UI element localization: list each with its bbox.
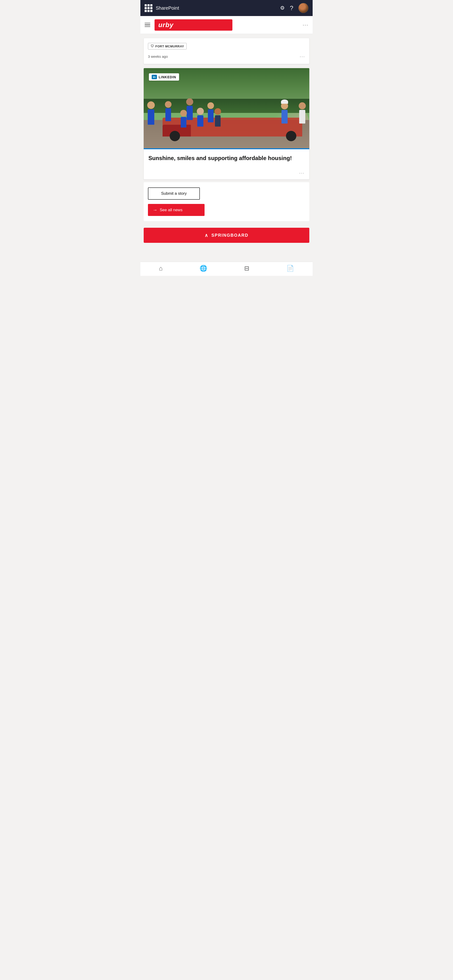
news-card: in LINKEDIN Sunshine, smiles and support… xyxy=(144,68,309,180)
app-title: SharePoint xyxy=(156,5,280,11)
app-grid-icon[interactable] xyxy=(145,4,152,12)
springboard-label: SPRINGBOARD xyxy=(211,233,249,238)
bottom-nav-document[interactable]: 📄 xyxy=(286,265,294,272)
arrow-icon: → xyxy=(153,207,157,213)
bottom-navigation: ⌂ 🌐 ⊟ 📄 xyxy=(140,262,313,276)
location-card: ⛉ FORT MCMURRAY 3 weeks ago ··· xyxy=(144,38,309,64)
spacer xyxy=(140,248,313,255)
help-icon[interactable]: ? xyxy=(290,5,293,12)
bottom-nav-globe[interactable]: 🌐 xyxy=(199,265,207,272)
card-meta: 3 weeks ago ··· xyxy=(144,52,309,64)
bottom-nav-home[interactable]: ⌂ xyxy=(159,265,163,272)
springboard-section: ∧ SPRINGBOARD xyxy=(140,223,313,248)
site-header: urby ··· xyxy=(140,16,313,34)
news-card-footer: ··· xyxy=(144,170,309,180)
site-logo: urby xyxy=(155,19,232,31)
header-more-button[interactable]: ··· xyxy=(303,22,308,28)
news-icon: ⊟ xyxy=(244,265,249,272)
settings-icon[interactable]: ⚙ xyxy=(280,5,285,11)
springboard-chevron-icon: ∧ xyxy=(204,232,209,238)
linkedin-label: LINKEDIN xyxy=(159,75,176,79)
main-content: ⛉ FORT MCMURRAY 3 weeks ago ··· xyxy=(140,38,313,255)
see-all-news-button[interactable]: → See all news xyxy=(148,204,204,216)
top-nav-icons: ⚙ ? xyxy=(280,3,308,13)
submit-story-button[interactable]: Submit a story xyxy=(148,188,200,200)
card-more-button[interactable]: ··· xyxy=(300,54,305,59)
news-card-title: Sunshine, smiles and supporting affordab… xyxy=(148,154,305,162)
globe-icon: 🌐 xyxy=(199,265,207,272)
action-buttons-section: Submit a story → See all news xyxy=(144,182,309,221)
location-label: FORT MCMURRAY xyxy=(155,45,184,48)
home-icon: ⌂ xyxy=(159,265,163,272)
news-card-body: Sunshine, smiles and supporting affordab… xyxy=(144,149,309,170)
news-image-container: in LINKEDIN xyxy=(144,68,309,148)
springboard-button[interactable]: ∧ SPRINGBOARD xyxy=(144,228,309,243)
news-card-more-button[interactable]: ··· xyxy=(299,170,305,176)
card-timestamp: 3 weeks ago xyxy=(148,54,168,59)
linkedin-icon: in xyxy=(152,75,157,79)
logo-text: urby xyxy=(158,21,174,29)
document-icon: 📄 xyxy=(286,265,294,272)
user-avatar[interactable] xyxy=(298,3,308,13)
location-icon: ⛉ xyxy=(150,44,154,48)
hamburger-menu[interactable] xyxy=(145,23,150,27)
see-all-label: See all news xyxy=(160,208,182,212)
top-navigation: SharePoint ⚙ ? xyxy=(140,0,313,16)
bottom-nav-news[interactable]: ⊟ xyxy=(244,265,249,272)
location-tag[interactable]: ⛉ FORT MCMURRAY xyxy=(148,43,187,49)
linkedin-badge: in LINKEDIN xyxy=(149,73,179,81)
